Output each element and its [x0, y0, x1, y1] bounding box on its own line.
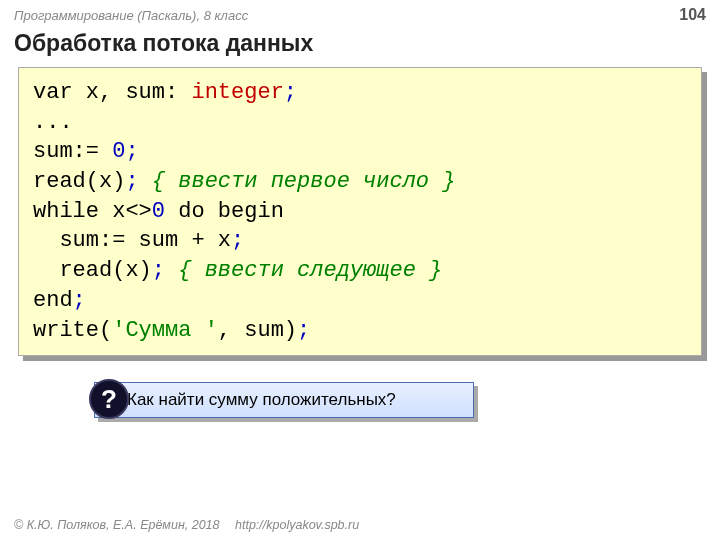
code-token: do begin [165, 199, 284, 224]
question-mark-icon: ? [89, 379, 129, 419]
code-token: 0 [112, 139, 125, 164]
code-token: ; [125, 169, 138, 194]
slide-title: Обработка потока данных [0, 26, 720, 63]
code-box: var x, sum: integer; ... sum:= 0; read(x… [18, 67, 702, 356]
code-line: sum:= 0; [33, 137, 687, 167]
code-token: ; [152, 258, 165, 283]
question-text: Как найти сумму положительных? [127, 390, 396, 410]
code-string: 'Сумма ' [112, 318, 218, 343]
code-token: ; [231, 228, 244, 253]
code-token: ; [125, 139, 138, 164]
code-token: write( [33, 318, 112, 343]
code-token: sum:= [33, 139, 112, 164]
code-token: read(x) [33, 258, 152, 283]
page-number: 104 [679, 6, 706, 24]
code-line: var x, sum: integer; [33, 78, 687, 108]
code-token: 0 [152, 199, 165, 224]
footer-link: http://kpolyakov.spb.ru [235, 518, 359, 532]
code-comment: { ввести первое число } [139, 169, 456, 194]
code-token: read(x) [33, 169, 125, 194]
code-block: var x, sum: integer; ... sum:= 0; read(x… [18, 67, 702, 356]
code-token: sum:= sum + x [33, 228, 231, 253]
question-callout: ? Как найти сумму положительных? [70, 382, 480, 418]
code-token: ... [33, 110, 73, 135]
slide-header: Программирование (Паскаль), 8 класс 104 [0, 0, 720, 26]
code-token: end [33, 288, 73, 313]
code-line: sum:= sum + x; [33, 226, 687, 256]
code-token: var x, sum: [33, 80, 191, 105]
course-label: Программирование (Паскаль), 8 класс [14, 8, 248, 23]
question-box: ? Как найти сумму положительных? [94, 382, 474, 418]
code-token: , sum) [218, 318, 297, 343]
code-token: ; [73, 288, 86, 313]
code-line: write('Сумма ', sum); [33, 316, 687, 346]
code-comment: { ввести следующее } [165, 258, 442, 283]
code-token: ; [284, 80, 297, 105]
slide-footer: © К.Ю. Поляков, Е.А. Ерёмин, 2018 http:/… [14, 518, 359, 532]
code-line: end; [33, 286, 687, 316]
code-token: while x<> [33, 199, 152, 224]
code-line: while x<>0 do begin [33, 197, 687, 227]
code-line: read(x); { ввести первое число } [33, 167, 687, 197]
code-token: integer [191, 80, 283, 105]
code-line: ... [33, 108, 687, 138]
code-line: read(x); { ввести следующее } [33, 256, 687, 286]
code-token: ; [297, 318, 310, 343]
copyright: © К.Ю. Поляков, Е.А. Ерёмин, 2018 [14, 518, 220, 532]
